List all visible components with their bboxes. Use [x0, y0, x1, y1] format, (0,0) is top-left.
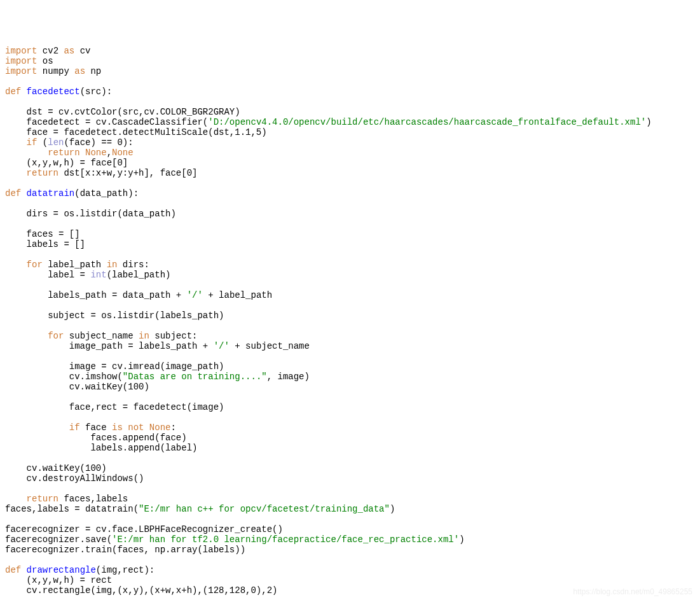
signature: (img,rect): — [96, 565, 154, 575]
signature: (data_path): — [74, 188, 139, 199]
signature: (src): — [80, 87, 112, 97]
keyword-for: for — [5, 331, 64, 341]
code-line: (x,y,w,h) = face[0] — [5, 158, 128, 168]
keyword-import: import — [5, 46, 37, 56]
token: dst[x:x+w,y:y+h], face[0] — [58, 168, 197, 178]
keyword-as: as — [74, 66, 85, 76]
keyword-for: for — [5, 260, 43, 270]
token: numpy — [37, 66, 74, 76]
token: face — [80, 422, 112, 433]
keyword-if: if — [5, 137, 37, 148]
token: + subject_name — [230, 341, 310, 351]
code-line: image = cv.imread(image_path) — [5, 361, 224, 372]
token: label = — [5, 270, 90, 280]
builtin-len: len — [48, 137, 64, 148]
keyword-return: return — [5, 494, 58, 504]
token: cv2 — [37, 46, 64, 56]
function-name: drawrectangle — [21, 565, 96, 575]
code-line: subject = os.listdir(labels_path) — [5, 310, 224, 321]
keyword-import: import — [5, 56, 37, 66]
none-literal: None — [144, 422, 170, 433]
code-line: ) — [646, 117, 651, 127]
none-literal: None — [112, 148, 134, 158]
string: '/' — [187, 290, 203, 300]
string: '/' — [214, 341, 230, 351]
token: : — [170, 422, 175, 433]
token: dirs: — [117, 260, 149, 270]
keyword-as: as — [64, 46, 74, 56]
keyword-in: in — [139, 331, 149, 341]
token: ( — [37, 137, 48, 148]
code-line: (x,y,w,h) = rect — [5, 575, 112, 585]
builtin-int: int — [90, 270, 106, 280]
code-line: cv.waitKey(100) — [5, 463, 107, 473]
keyword-in: in — [107, 260, 118, 270]
function-name: facedetect — [21, 87, 79, 97]
token: cv — [74, 46, 90, 56]
code-line: facedetect = cv.CascadeClassifier( — [5, 117, 208, 127]
code-line: face,rect = facedetect(image) — [5, 402, 224, 412]
token: + label_path — [203, 290, 272, 300]
token: , image) — [267, 372, 310, 382]
watermark-text: https://blog.csdn.net/m0_49865255 — [573, 587, 692, 597]
keyword-def: def — [5, 565, 21, 575]
code-line: cv.rectangle(img,(x,y),(x+w,x+h),(128,12… — [5, 585, 277, 596]
code-block: import cv2 as cv import os import numpy … — [5, 46, 695, 596]
string: 'E:/mr han for tf2.0 learning/facepracti… — [112, 534, 459, 545]
token: faces,labels — [58, 494, 128, 504]
keyword-def: def — [5, 188, 21, 199]
token: subject_name — [64, 331, 139, 341]
keyword-return: return — [5, 148, 80, 158]
code-line: cv.destroyAllWindows() — [5, 473, 144, 484]
keyword-def: def — [5, 87, 21, 97]
keyword-return: return — [5, 168, 58, 178]
keyword-isnot: is not — [112, 422, 144, 433]
token: cv.imshow( — [5, 372, 123, 382]
token: labels_path = data_path + — [5, 290, 187, 300]
code-line: dirs = os.listdir(data_path) — [5, 209, 176, 219]
code-line: face = facedetect.detectMultiScale(dst,1… — [5, 127, 267, 137]
keyword-import: import — [5, 66, 37, 76]
token: faces,labels = datatrain( — [5, 504, 139, 514]
code-line: faces.append(face) — [5, 433, 187, 443]
code-line: faces = [] — [5, 229, 80, 239]
code-line: labels = [] — [5, 239, 85, 249]
code-line: cv.waitKey(100) — [5, 382, 149, 392]
token: ) — [459, 534, 464, 545]
token: facerecognizer.save( — [5, 534, 112, 545]
code-line: facerecognizer.train(faces, np.array(lab… — [5, 545, 245, 555]
token: np — [85, 66, 101, 76]
token: subject: — [149, 331, 198, 341]
string: "E:/mr han c++ for opcv/facetest/trainin… — [139, 504, 390, 514]
token: (label_path) — [107, 270, 171, 280]
none-literal: None — [80, 148, 107, 158]
code-line: dst = cv.cvtColor(src,cv.COLOR_BGR2GRAY) — [5, 107, 240, 117]
token: , — [107, 148, 112, 158]
function-name: datatrain — [21, 188, 74, 199]
string: "Datas are on training...." — [123, 372, 267, 382]
keyword-if: if — [5, 422, 80, 433]
code-line: labels.append(label) — [5, 443, 197, 453]
token: image_path = labels_path + — [5, 341, 214, 351]
token: ) — [390, 504, 395, 514]
token: (face) == 0): — [64, 137, 133, 148]
code-line: facerecognizer = cv.face.LBPHFaceRecogni… — [5, 524, 283, 534]
token: label_path — [43, 260, 107, 270]
string: 'D:/opencv4.4.0/opencv/build/etc/haarcas… — [208, 117, 646, 127]
token: os — [37, 56, 53, 66]
